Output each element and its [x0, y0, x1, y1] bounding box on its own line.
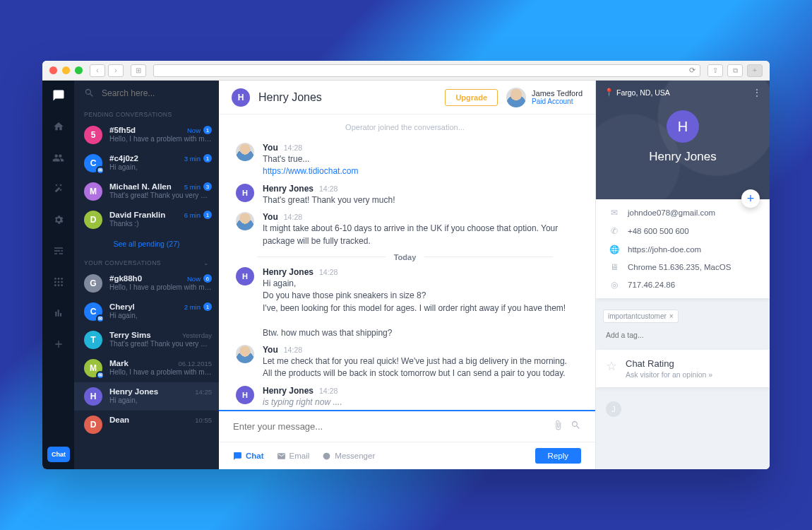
message-input[interactable] — [233, 421, 546, 432]
remove-tag-icon[interactable]: × — [669, 312, 674, 320]
svg-point-0 — [54, 278, 56, 280]
see-all-pending-link[interactable]: See all pending (27) — [74, 234, 219, 254]
close-window-button[interactable] — [49, 66, 57, 74]
minimize-window-button[interactable] — [62, 66, 70, 74]
visitor-name: Henry Jones — [596, 150, 770, 164]
search-bar — [74, 81, 219, 105]
rail-visitors-icon[interactable] — [52, 151, 65, 164]
message-avatar: H — [236, 267, 254, 285]
back-button[interactable]: ‹ — [90, 64, 105, 77]
nav-rail: Chat — [42, 81, 74, 469]
tab-messenger[interactable]: Messenger — [322, 452, 375, 461]
reload-icon[interactable]: ⟳ — [689, 66, 695, 75]
conversation-time: 5 min 3 — [184, 182, 212, 191]
chat-scroll[interactable]: Operator joined the conversation... You … — [219, 114, 595, 410]
maximize-window-button[interactable] — [75, 66, 83, 74]
conversation-avatar: C✉ — [84, 154, 102, 172]
conversation-item[interactable]: D Dean 10:55 — [74, 411, 219, 439]
message-avatar: H — [236, 386, 254, 404]
conversation-name: #c4j0z2 — [109, 154, 138, 163]
conversation-time: 6 min 1 — [184, 211, 212, 219]
conversation-item[interactable]: C✉ Cheryl 2 min 1 Hi again, — [74, 298, 219, 326]
svg-point-2 — [61, 278, 63, 280]
pin-icon: 📍 — [604, 88, 614, 97]
reply-button[interactable]: Reply — [535, 448, 581, 464]
message-text: That's true...https://www.tidiochat.com — [263, 153, 574, 178]
rail-automation-icon[interactable] — [52, 182, 65, 195]
conversation-snippet: Hello, I have a problem with my wid... — [109, 368, 212, 376]
rail-add-icon[interactable] — [52, 338, 65, 351]
conversation-time: 06.12.2015 — [178, 360, 212, 367]
operator-avatar: J — [606, 401, 621, 417]
conversation-item[interactable]: C✉ #c4j0z2 3 min 1 Hi again, — [74, 149, 219, 177]
rating-title: Chat Rating — [626, 358, 712, 369]
account-menu[interactable]: James Tedford Paid Account — [506, 88, 583, 107]
conversation-item[interactable]: G #gk88h0 Now 6 Hello, I have a problem … — [74, 269, 219, 298]
account-name: James Tedford — [532, 89, 583, 98]
conversation-name: David Franklin — [109, 211, 165, 219]
conversation-item[interactable]: H Henry Jones 14:25 Hi again, — [74, 382, 219, 411]
conversation-item[interactable]: 5 #5fh5d Now 1 Hello, I have a problem w… — [74, 121, 219, 149]
new-tab-button[interactable]: + — [747, 64, 763, 77]
conversation-item[interactable]: T Terry Sims Yesterday That's great! Tha… — [74, 326, 219, 354]
rail-analytics-icon[interactable] — [52, 307, 65, 319]
chat-rating-card[interactable]: ☆ Chat Rating Ask visitor for an opinion… — [596, 350, 770, 387]
sidebar-toggle-button[interactable]: ⊞ — [131, 64, 146, 77]
svg-point-3 — [54, 281, 56, 283]
add-tag-input[interactable] — [603, 329, 701, 341]
rail-chat-badge[interactable]: Chat — [47, 447, 70, 462]
tag-chip[interactable]: importantcustomer × — [603, 310, 679, 323]
share-button[interactable]: ⇪ — [707, 64, 723, 77]
visitor-ip-row: ◎ 717.46.24.86 — [596, 276, 770, 294]
chevron-down-icon[interactable]: ⌄ — [203, 259, 210, 266]
conversation-snippet: Thanks :) — [109, 220, 212, 228]
visitor-menu-icon[interactable]: ⋮ — [753, 88, 761, 98]
search-in-chat-icon[interactable] — [571, 420, 581, 433]
search-input[interactable] — [102, 88, 209, 98]
chat-header: H Henry Jones Upgrade James Tedford Paid… — [219, 81, 595, 114]
browser-chrome: ‹ › ⊞ ⟳ ⇪ ⧉ + — [42, 61, 770, 81]
upgrade-button[interactable]: Upgrade — [445, 89, 498, 106]
unread-badge: 1 — [203, 302, 212, 311]
svg-point-5 — [61, 281, 63, 283]
forward-button[interactable]: › — [108, 64, 124, 77]
message: H Henry Jones 14:28 is typing right now … — [236, 386, 574, 408]
message-time: 14:28 — [284, 213, 302, 221]
rail-settings-icon[interactable] — [52, 213, 65, 226]
tab-chat[interactable]: Chat — [233, 452, 264, 461]
attachment-icon[interactable] — [553, 420, 563, 433]
message: H Henry Jones 14:28 Hi again,Do you have… — [236, 267, 574, 339]
conversation-item[interactable]: M✉ Mark 06.12.2015 Hello, I have a probl… — [74, 354, 219, 382]
conversation-item[interactable]: D David Franklin 6 min 1 Thanks :) — [74, 206, 219, 234]
rail-apps-icon[interactable] — [52, 276, 65, 288]
rating-sub: Ask visitor for an opinion » — [626, 370, 712, 379]
message-time: 14:28 — [319, 184, 338, 193]
address-bar[interactable]: ⟳ — [153, 64, 700, 77]
day-divider: Today — [257, 253, 553, 261]
message-link[interactable]: https://www.tidiochat.com — [263, 166, 358, 176]
svg-point-7 — [57, 284, 59, 286]
conversation-snippet: Hi again, — [109, 163, 212, 171]
add-visitor-info-button[interactable]: + — [741, 189, 760, 208]
globe-icon: 🌐 — [609, 245, 619, 254]
message-avatar — [236, 143, 254, 161]
tab-email[interactable]: Email — [277, 452, 310, 461]
visitor-info-card: ✉ johndoe078@gmail.com ✆ +48 600 500 600… — [596, 199, 770, 298]
rail-chat-icon[interactable] — [52, 89, 65, 102]
conversation-list: PENDING CONVERSATIONS 5 #5fh5d Now 1 Hel… — [74, 81, 219, 469]
rail-home-icon[interactable] — [52, 120, 65, 133]
conversation-snippet: That's great! Thank you very much! — [109, 340, 212, 348]
message-text: That's great! Thank you very much! — [263, 194, 574, 206]
conversation-time: 3 min 1 — [184, 154, 212, 163]
conversation-avatar: C✉ — [84, 302, 102, 321]
conversation-item[interactable]: M Michael N. Allen 5 min 3 That's great!… — [74, 177, 219, 206]
phone-icon: ✆ — [609, 226, 619, 236]
tabs-button[interactable]: ⧉ — [727, 64, 743, 77]
conversation-avatar: M✉ — [84, 359, 102, 377]
message-avatar — [236, 212, 254, 230]
message-text: is typing right now .... — [263, 396, 574, 408]
rail-filters-icon[interactable] — [52, 245, 65, 257]
message-author: Henry Jones — [263, 386, 314, 396]
conversation-time: 2 min 1 — [184, 302, 212, 311]
your-header: YOUR CONVERSATIONS ⌄ — [74, 254, 219, 269]
